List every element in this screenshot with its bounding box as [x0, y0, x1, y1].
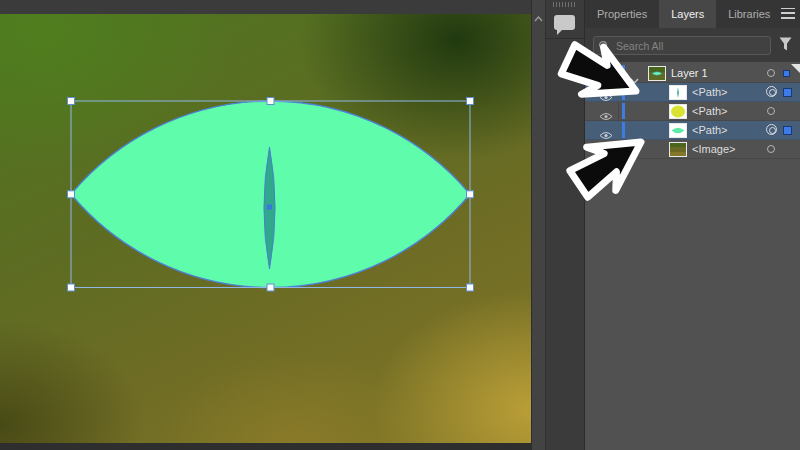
layer-thumbnail: [669, 142, 687, 157]
dock-mini-text: [553, 2, 577, 7]
eye-visibility-icon[interactable]: [599, 69, 613, 78]
target-circle[interactable]: [767, 69, 775, 77]
layer-label: <Path>: [692, 105, 727, 117]
tab-properties[interactable]: Properties: [585, 0, 659, 28]
selection-bar: [622, 84, 625, 100]
artwork-overlay: [0, 0, 531, 450]
comment-tool-icon[interactable]: [554, 15, 575, 30]
canvas-area[interactable]: [0, 0, 531, 450]
chevron-up-icon[interactable]: [534, 16, 543, 22]
selection-square[interactable]: [783, 70, 790, 77]
layer-thumbnail: [669, 85, 687, 100]
selection-square[interactable]: [783, 88, 792, 97]
filter-icon[interactable]: [779, 37, 792, 52]
panel-dock: [545, 0, 584, 450]
layer-thumbnail: [669, 104, 687, 119]
layer-row-image[interactable]: <Image>: [585, 140, 800, 159]
panel-corner-triangle: [791, 64, 800, 73]
layer-label: <Image>: [692, 143, 735, 155]
eye-visibility-icon[interactable]: [599, 107, 613, 116]
target-circle-selected[interactable]: [766, 124, 777, 135]
application-window: Properties Layers Libraries: [0, 0, 800, 450]
layer-thumbnail: [669, 123, 687, 138]
layer-label: <Path>: [692, 124, 727, 136]
tab-libraries[interactable]: Libraries: [716, 0, 782, 28]
layer-row-path-slit[interactable]: <Path>: [585, 83, 800, 102]
eye-visibility-icon[interactable]: [599, 126, 613, 135]
tab-layers[interactable]: Layers: [659, 0, 716, 28]
panel-divider: [531, 0, 545, 450]
search-input[interactable]: [593, 36, 771, 55]
selection-square[interactable]: [783, 126, 792, 135]
selection-bar: [622, 103, 625, 119]
chevron-down-icon[interactable]: [630, 70, 639, 76]
layers-panel: Properties Layers Libraries: [584, 0, 800, 450]
selection-bar: [622, 65, 625, 81]
layers-list: Layer 1 <Path>: [585, 62, 800, 450]
target-circle[interactable]: [767, 145, 775, 153]
eye-visibility-icon[interactable]: [599, 88, 613, 97]
layer-label: Layer 1: [671, 67, 708, 79]
layer-row-layer1[interactable]: Layer 1: [585, 64, 800, 83]
target-circle[interactable]: [767, 107, 775, 115]
search-row: [585, 28, 800, 62]
selection-center-point: [267, 205, 272, 210]
dock-divider: [546, 38, 584, 39]
selection-bar: [622, 122, 625, 138]
layer-row-path-green[interactable]: <Path>: [585, 121, 800, 140]
panel-menu-icon[interactable]: [781, 8, 795, 19]
eye-visibility-icon[interactable]: [599, 145, 613, 154]
layer-label: <Path>: [692, 86, 727, 98]
panel-tab-bar: Properties Layers Libraries: [585, 0, 800, 28]
layer-row-path-yellow[interactable]: <Path>: [585, 102, 800, 121]
layer-thumbnail: [648, 66, 666, 81]
target-circle-selected[interactable]: [766, 86, 777, 97]
